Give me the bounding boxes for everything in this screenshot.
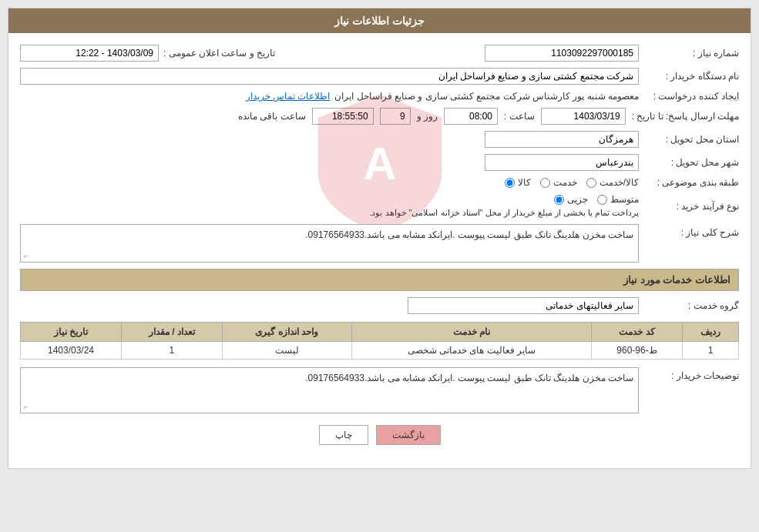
buyer-desc-value: ساخت مخزن هلدینگ تانک طبق لیست پیوست .ای…: [305, 373, 633, 383]
row-count: 1: [121, 342, 222, 360]
process-partial-option[interactable]: جزیی: [554, 194, 588, 205]
date-label: تاریخ و ساعت اعلان عمومی :: [163, 48, 275, 59]
process-description: پرداخت تمام یا بخشی از مبلغ خریدار از مح…: [20, 208, 639, 218]
province-input[interactable]: [485, 131, 639, 148]
need-description-label: شرح کلی نیاز :: [639, 224, 739, 238]
row-code: ط-96-960: [592, 342, 683, 360]
category-service-option[interactable]: خدمت: [540, 177, 577, 188]
time-label: ساعت :: [504, 111, 535, 122]
city-input[interactable]: [485, 154, 639, 171]
send-deadline-label: مهلت ارسال پاسخ: تا تاریخ :: [626, 111, 739, 122]
col-count-header: تعداد / مقدار: [121, 323, 222, 342]
service-group-label: گروه خدمت :: [639, 300, 739, 311]
process-medium-option[interactable]: متوسط: [597, 194, 639, 205]
row-unit: لیست: [222, 342, 351, 360]
day-label: روز و: [417, 111, 438, 122]
deadline-time-input[interactable]: [444, 108, 498, 125]
city-label: شهر محل تحویل :: [639, 157, 739, 168]
need-description-value: ساخت مخزن هلدینگ تانک طبق لیست پیوست .ای…: [305, 229, 633, 240]
table-row: 1 ط-96-960 سایر فعالیت های خدماتی شخصی ل…: [21, 342, 739, 360]
creator-link[interactable]: اطلاعات تماس خریدار: [246, 91, 331, 102]
back-button[interactable]: بازگشت: [376, 425, 441, 445]
province-label: استان محل تحویل :: [639, 134, 739, 145]
deadline-day-input[interactable]: [380, 108, 411, 125]
col-name-header: نام خدمت: [351, 323, 592, 342]
need-number-input[interactable]: [485, 45, 639, 62]
page-title: جزئیات اطلاعات نیاز: [8, 8, 751, 33]
col-code-header: کد خدمت: [592, 323, 683, 342]
row-date: 1403/03/24: [21, 342, 122, 360]
process-label: نوع فرآیند خرید :: [639, 201, 739, 212]
deadline-remaining-input[interactable]: [312, 108, 374, 125]
services-section-title: اطلاعات خدمات مورد نیاز: [20, 269, 739, 291]
need-number-label: شماره نیاز :: [639, 48, 739, 59]
category-goods-service-option[interactable]: کالا/خدمت: [586, 177, 639, 188]
need-description-box[interactable]: ساخت مخزن هلدینگ تانک طبق لیست پیوست .ای…: [20, 224, 639, 263]
service-group-input[interactable]: [408, 297, 639, 314]
buyer-name-input[interactable]: [20, 68, 639, 85]
buyer-desc-label: توضیحات خریدار :: [639, 367, 739, 381]
row-number: 1: [682, 342, 738, 360]
date-input[interactable]: [20, 45, 159, 62]
col-unit-header: واحد اندازه گیری: [222, 323, 351, 342]
category-goods-option[interactable]: کالا: [505, 177, 531, 188]
col-date-header: تاریخ نیاز: [21, 323, 122, 342]
creator-label: ایجاد کننده درخواست :: [639, 91, 739, 102]
deadline-date-input[interactable]: [541, 108, 626, 125]
col-row-header: ردیف: [682, 323, 738, 342]
remaining-label: ساعت باقی مانده: [238, 111, 306, 122]
creator-value: معصومه شنبه پور کارشناس شرکت مجتمع کشتی …: [334, 91, 639, 102]
services-table: ردیف کد خدمت نام خدمت واحد اندازه گیری ت…: [20, 322, 739, 360]
buyer-name-label: نام دستگاه خریدار :: [639, 71, 739, 82]
row-name: سایر فعالیت های خدماتی شخصی: [351, 342, 592, 360]
category-label: طبقه بندی موضوعی :: [639, 177, 739, 188]
print-button[interactable]: چاپ: [319, 425, 368, 445]
buyer-desc-box[interactable]: ساخت مخزن هلدینگ تانک طبق لیست پیوست .ای…: [20, 367, 639, 413]
